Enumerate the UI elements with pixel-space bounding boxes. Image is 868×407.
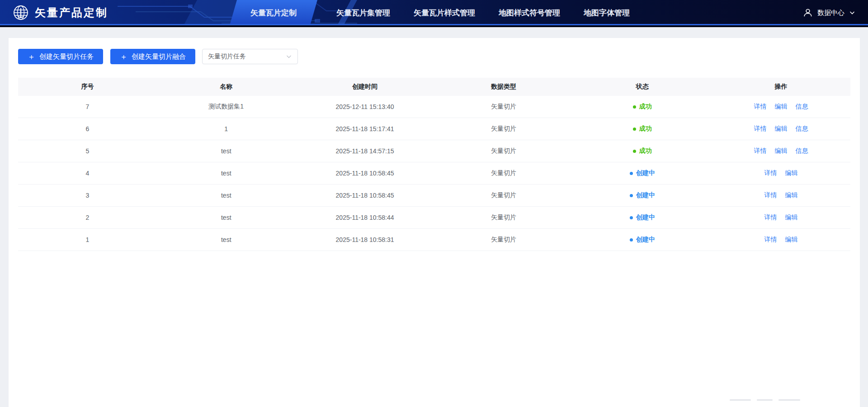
action-detail-link[interactable]: 详情 [754, 103, 767, 111]
nav-tab-map-symbol-mgmt[interactable]: 地图样式符号管理 [487, 0, 572, 25]
nav-tab-label: 矢量瓦片定制 [250, 8, 297, 18]
cell-actions: 详情编辑 [712, 169, 850, 177]
cell-name: test [157, 236, 296, 243]
pagination-placeholder-dash [778, 399, 800, 401]
table-row: 7测试数据集12025-12-11 15:13:40矢量切片成功详情编辑信息 [18, 96, 850, 118]
cell-type: 矢量切片 [434, 103, 573, 111]
row-actions: 详情编辑 [764, 169, 798, 177]
nav-tab-label: 地图字体管理 [584, 8, 630, 18]
status-dot-icon [633, 128, 636, 131]
nav-tab-vector-tile-style-mgmt[interactable]: 矢量瓦片样式管理 [402, 0, 487, 25]
task-type-select[interactable]: 矢量切片任务 [202, 49, 298, 64]
task-type-select-value: 矢量切片任务 [208, 52, 246, 61]
status-label: 创建中 [636, 213, 655, 222]
cell-status: 成功 [573, 103, 712, 111]
cell-created: 2025-11-18 10:58:44 [296, 214, 434, 221]
create-tile-task-button[interactable]: ＋ 创建矢量切片任务 [18, 49, 103, 64]
column-header: 数据类型 [434, 83, 573, 91]
row-actions: 详情编辑信息 [754, 125, 808, 133]
cell-status: 创建中 [573, 236, 712, 244]
action-detail-link[interactable]: 详情 [764, 169, 777, 177]
pagination-placeholder [730, 399, 800, 401]
action-detail-link[interactable]: 详情 [764, 236, 777, 244]
action-edit-link[interactable]: 编辑 [775, 103, 788, 111]
status-badge: 成功 [633, 103, 652, 111]
table-row: 5test2025-11-18 14:57:15矢量切片成功详情编辑信息 [18, 140, 850, 162]
cell-type: 矢量切片 [434, 191, 573, 199]
row-actions: 详情编辑 [764, 191, 798, 199]
action-edit-link[interactable]: 编辑 [775, 147, 788, 155]
status-label: 成功 [639, 103, 652, 111]
chevron-down-icon [849, 9, 855, 16]
create-tile-task-label: 创建矢量切片任务 [39, 52, 94, 61]
status-badge: 成功 [633, 125, 652, 133]
cell-status: 成功 [573, 125, 712, 133]
cell-actions: 详情编辑信息 [712, 103, 850, 111]
status-badge: 创建中 [630, 236, 655, 244]
create-tile-merge-label: 创建矢量切片融合 [132, 52, 186, 61]
cell-seq: 5 [18, 147, 157, 155]
action-info-link[interactable]: 信息 [796, 103, 808, 111]
app-title: 矢量产品定制 [35, 5, 108, 20]
chevron-down-icon [286, 53, 292, 60]
user-icon [803, 8, 813, 18]
cell-status: 成功 [573, 147, 712, 156]
cell-actions: 详情编辑信息 [712, 125, 850, 133]
action-edit-link[interactable]: 编辑 [785, 191, 798, 199]
status-dot-icon [630, 194, 633, 197]
table-row: 1test2025-11-18 10:58:31矢量切片创建中详情编辑 [18, 229, 850, 251]
cell-name: test [157, 192, 296, 199]
action-edit-link[interactable]: 编辑 [785, 213, 798, 222]
brand: 矢量产品定制 [13, 0, 108, 25]
action-detail-link[interactable]: 详情 [754, 125, 767, 133]
globe-logo-icon [13, 5, 29, 21]
user-menu[interactable]: 数据中心 [803, 0, 855, 25]
status-label: 创建中 [636, 191, 655, 199]
cell-created: 2025-12-11 15:13:40 [296, 103, 434, 110]
cell-name: test [157, 147, 296, 155]
column-header: 序号 [18, 83, 157, 91]
action-edit-link[interactable]: 编辑 [775, 125, 788, 133]
action-info-link[interactable]: 信息 [796, 147, 808, 155]
nav-tab-map-font-mgmt[interactable]: 地图字体管理 [572, 0, 642, 25]
nav-tab-label: 地图样式符号管理 [499, 8, 560, 18]
cell-name: 1 [157, 125, 296, 133]
cell-type: 矢量切片 [434, 213, 573, 222]
row-actions: 详情编辑 [764, 236, 798, 244]
status-dot-icon [630, 216, 633, 219]
table-row: 2test2025-11-18 10:58:44矢量切片创建中详情编辑 [18, 207, 850, 229]
cell-status: 创建中 [573, 169, 712, 178]
cell-name: test [157, 170, 296, 177]
header-bottom-strip [0, 25, 868, 27]
app-header: 矢量产品定制 矢量瓦片定制矢量瓦片集管理矢量瓦片样式管理地图样式符号管理地图字体… [0, 0, 868, 25]
table-header-row: 序号名称创建时间数据类型状态操作 [18, 78, 850, 96]
table-row: 612025-11-18 15:17:41矢量切片成功详情编辑信息 [18, 118, 850, 140]
action-detail-link[interactable]: 详情 [754, 147, 767, 155]
action-edit-link[interactable]: 编辑 [785, 236, 798, 244]
action-detail-link[interactable]: 详情 [764, 213, 777, 222]
toolbar: ＋ 创建矢量切片任务 ＋ 创建矢量切片融合 矢量切片任务 [9, 38, 860, 64]
cell-type: 矢量切片 [434, 169, 573, 177]
pagination-placeholder-dash [757, 399, 773, 401]
action-detail-link[interactable]: 详情 [764, 191, 777, 199]
cell-status: 创建中 [573, 191, 712, 200]
status-dot-icon [630, 238, 633, 241]
cell-created: 2025-11-18 10:58:45 [296, 170, 434, 177]
action-edit-link[interactable]: 编辑 [785, 169, 798, 177]
row-actions: 详情编辑 [764, 213, 798, 222]
status-label: 创建中 [636, 169, 655, 177]
nav-tab-vector-tile-custom[interactable]: 矢量瓦片定制 [235, 0, 312, 25]
column-header: 状态 [573, 83, 712, 91]
action-info-link[interactable]: 信息 [796, 125, 808, 133]
nav-tab-vector-tileset-mgmt[interactable]: 矢量瓦片集管理 [325, 0, 402, 25]
cell-type: 矢量切片 [434, 147, 573, 155]
task-table: 序号名称创建时间数据类型状态操作 7测试数据集12025-12-11 15:13… [18, 78, 850, 251]
status-badge: 创建中 [630, 191, 655, 199]
table-body: 7测试数据集12025-12-11 15:13:40矢量切片成功详情编辑信息61… [18, 96, 850, 251]
status-label: 创建中 [636, 236, 655, 244]
cell-name: 测试数据集1 [157, 103, 296, 111]
create-tile-merge-button[interactable]: ＋ 创建矢量切片融合 [110, 49, 195, 64]
cell-seq: 7 [18, 103, 157, 110]
cell-actions: 详情编辑信息 [712, 147, 850, 155]
row-actions: 详情编辑信息 [754, 147, 808, 155]
